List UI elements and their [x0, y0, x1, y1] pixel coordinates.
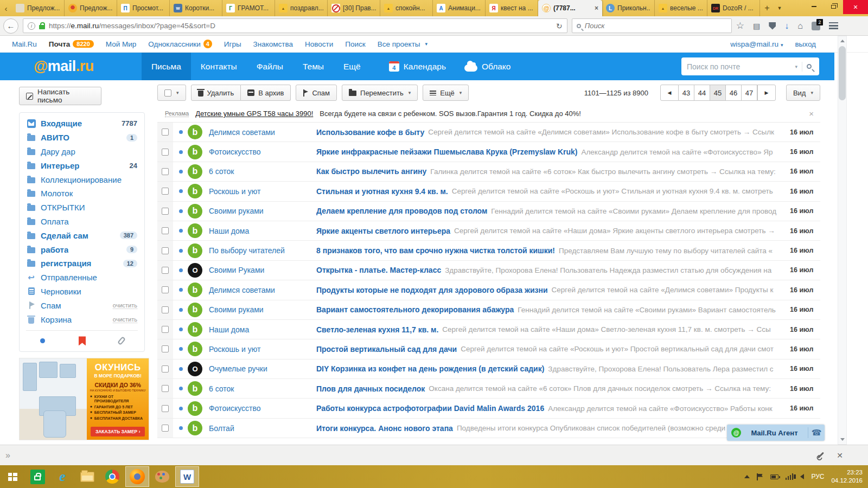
email-checkbox[interactable] [162, 227, 169, 234]
window-close-button[interactable]: × [843, 0, 868, 14]
wrench-icon[interactable] [818, 452, 824, 458]
email-sender[interactable]: Роскошь и уют [209, 345, 316, 354]
taskbar-word-active[interactable]: W [175, 466, 199, 487]
more-button[interactable]: Ещё [423, 85, 469, 101]
email-row[interactable]: b 6 соток Плов для дачных посиделок Окса… [157, 379, 820, 399]
email-subject[interactable]: Плов для дачных посиделок [316, 384, 425, 393]
email-row[interactable]: b Роскошь и уют Простой вертикальный сад… [157, 339, 820, 359]
sidebar-folder[interactable]: ОТКРЫТКИ [20, 201, 144, 215]
browser-tab[interactable]: ▲ веселые ... × [655, 0, 707, 16]
browser-tab[interactable]: w Коротки... × [170, 0, 222, 16]
email-sender[interactable]: Фотоискусство [209, 404, 316, 413]
email-subject[interactable]: Яркие инфракрасные пейзажи Пшемыслава Кр… [316, 147, 577, 156]
sidebar-folder[interactable]: Молоток [20, 187, 144, 201]
email-subject[interactable]: 8 признаков того, что вам срочно нужна ч… [316, 246, 555, 255]
pager-page-button[interactable]: 43 [679, 85, 694, 101]
portal-nav-link[interactable]: Знакомства [253, 40, 293, 48]
browser-tab[interactable]: П Просмот... × [117, 0, 170, 16]
scrollbar-thumb[interactable] [839, 46, 846, 100]
sidebar-folder[interactable]: Коллекционирование [20, 172, 144, 187]
email-checkbox[interactable] [162, 168, 169, 175]
email-row[interactable]: O Очумелые ручки DIY Корзинка из конфет … [157, 359, 820, 379]
archive-button[interactable]: В архив [241, 85, 291, 101]
email-subject[interactable]: Продукты которые не подходят для здорово… [316, 286, 548, 294]
tab-close-icon[interactable]: × [595, 4, 598, 12]
portal-nav-link[interactable]: Поиск [345, 40, 365, 48]
scrollbar-up-icon[interactable] [840, 40, 845, 42]
email-sender[interactable]: Наши дома [209, 227, 316, 235]
email-checkbox[interactable] [162, 286, 169, 293]
url-text[interactable]: https://e.mail.ru/messages/inbox/?page=4… [49, 22, 552, 30]
mail-search-box[interactable]: ▾ [681, 57, 819, 75]
email-sender[interactable]: 6 соток [209, 384, 316, 393]
menu-hamburger-icon[interactable] [829, 22, 838, 29]
email-subject[interactable]: Простой вертикальный сад для дачи [316, 345, 457, 354]
attachments-filter-icon[interactable] [117, 337, 126, 346]
browser-tab[interactable]: ▲ спокойн... × [380, 0, 433, 16]
mail-nav-tab[interactable]: Контакты [191, 53, 247, 80]
pager-prev-button[interactable]: ◀ [660, 85, 679, 101]
browser-tab[interactable]: Предлож... × [12, 0, 65, 16]
portal-nav-link[interactable]: Новости [305, 40, 333, 48]
unread-filter-icon[interactable] [40, 338, 45, 343]
move-button[interactable]: Переместить [342, 85, 418, 101]
new-tab-button[interactable]: + [760, 0, 774, 16]
portal-nav-link[interactable]: Одноклассники 4 [148, 40, 212, 48]
email-checkbox[interactable] [162, 267, 169, 274]
mail-search-input[interactable] [687, 62, 790, 71]
email-subject[interactable]: Использование кофе в быту [316, 128, 424, 137]
ssl-lock-icon[interactable] [39, 25, 45, 29]
window-restore-button[interactable] [824, 0, 843, 13]
unread-dot[interactable] [179, 308, 183, 312]
unread-dot[interactable] [179, 189, 183, 193]
email-subject[interactable]: Как быстро вылечить ангину [316, 167, 426, 176]
email-subject[interactable]: Открытка - платье. Мастер-класс [316, 266, 441, 274]
browser-tab[interactable]: Предлож... × [65, 0, 117, 16]
inline-ad-link[interactable]: Детские умные GPS T58 часы 3990! [195, 110, 313, 118]
email-row[interactable]: b По выбору читателей 8 признаков того, … [157, 241, 820, 260]
window-minimize-button[interactable] [804, 0, 824, 13]
tab-scroll-left-icon[interactable]: ‹ [0, 0, 12, 16]
view-button[interactable]: Вид [786, 85, 820, 101]
email-sender[interactable]: Фотоискусство [209, 147, 316, 156]
mailru-logo[interactable]: @mail.ru [0, 53, 94, 80]
email-checkbox[interactable] [162, 149, 169, 156]
page-info-icon[interactable] [28, 22, 35, 30]
email-row[interactable]: b Фотоискусство Яркие инфракрасные пейза… [157, 142, 820, 162]
email-sender[interactable]: Своими Руками [209, 266, 316, 274]
mailru-agent-widget[interactable]: @ Mail.Ru Агент ☎ [727, 425, 825, 441]
network-signal-icon[interactable] [786, 473, 794, 480]
email-checkbox[interactable] [162, 247, 169, 254]
email-sender[interactable]: Своими руками [209, 207, 316, 215]
sidebar-folder[interactable]: Дару дар [20, 145, 144, 159]
scrollbar-down-icon[interactable] [840, 438, 845, 441]
browser-tab[interactable]: ▲ поздравл... × [275, 0, 328, 16]
browser-tab[interactable]: Я квест на ... × [486, 0, 538, 16]
pager-page-button[interactable]: 44 [694, 85, 710, 101]
inline-ad-close-icon[interactable]: × [809, 109, 814, 118]
taskbar-explorer[interactable] [75, 466, 99, 487]
email-subject[interactable]: DIY Корзинка из конфет на день рождения … [316, 364, 544, 373]
email-checkbox[interactable] [162, 425, 169, 432]
spam-button[interactable]: Спам [296, 85, 337, 101]
unread-dot[interactable] [179, 407, 183, 410]
email-subject[interactable]: Стильная и уютная кухня 9.4 кв. м. [316, 187, 448, 196]
email-row[interactable]: b Делимся советами Использование кофе в … [157, 123, 820, 142]
email-row[interactable]: b Своими руками Делаем крепление для про… [157, 202, 820, 221]
email-subject[interactable]: Итоги конкурса. Анонс нового этапа [316, 424, 453, 433]
email-checkbox[interactable] [162, 405, 169, 412]
email-sender[interactable]: По выбору читателей [209, 246, 316, 255]
email-sender[interactable]: Своими руками [209, 305, 316, 314]
email-row[interactable]: b Роскошь и уют Стильная и уютная кухня … [157, 182, 820, 201]
browser-tab[interactable]: @ (7787... × [538, 0, 602, 16]
select-all-button[interactable] [157, 85, 186, 101]
sidebar-folder[interactable]: регистрация 12 [20, 256, 144, 271]
back-button[interactable]: ← [3, 18, 18, 34]
email-checkbox[interactable] [162, 345, 169, 352]
logout-link[interactable]: выход [795, 40, 816, 48]
email-row[interactable]: b Болтай Итоги конкурса. Анонс нового эт… [157, 419, 820, 438]
email-sender[interactable]: Болтай [209, 424, 316, 433]
unread-dot[interactable] [179, 268, 183, 272]
clock[interactable]: 23:2304.12.2016 [831, 468, 863, 485]
unread-dot[interactable] [179, 170, 183, 174]
